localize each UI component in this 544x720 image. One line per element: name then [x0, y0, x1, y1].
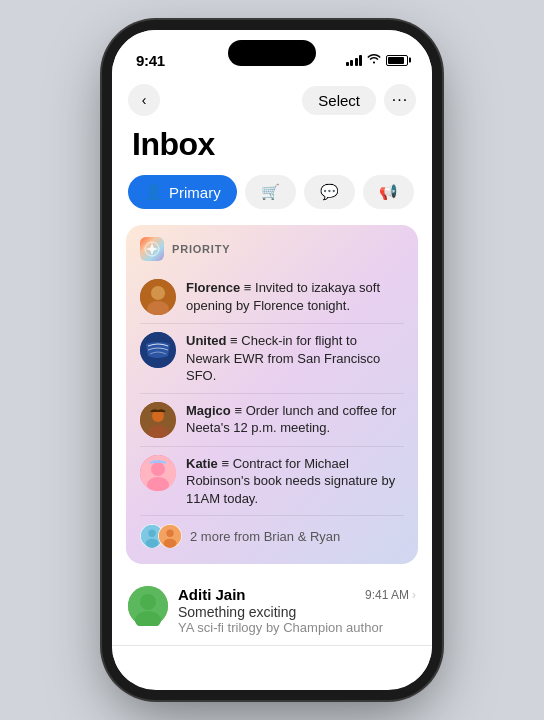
- svg-point-9: [151, 462, 165, 476]
- magico-email-text: Magico ≡ Order lunch and coffee for Neet…: [186, 402, 404, 437]
- primary-tab-label: Primary: [169, 184, 221, 201]
- email-item-magico[interactable]: Magico ≡ Order lunch and coffee for Neet…: [140, 394, 404, 447]
- chat-tab-icon: 💬: [320, 183, 339, 201]
- aditi-chevron-icon: ›: [412, 588, 416, 602]
- united-email-body: United ≡ Check-in for flight to Newark E…: [186, 332, 404, 385]
- signal-bars-icon: [346, 54, 363, 66]
- dynamic-island: [228, 40, 316, 66]
- priority-icon: [140, 237, 164, 261]
- more-item[interactable]: 2 more from Brian & Ryan: [140, 516, 404, 552]
- aditi-subject: Something exciting: [178, 604, 416, 620]
- back-icon: ‹: [142, 93, 147, 107]
- florence-email-text: Florence ≡ Invited to izakaya soft openi…: [186, 279, 404, 314]
- nav-bar: ‹ Select ···: [112, 78, 432, 122]
- florence-avatar: [140, 279, 176, 315]
- svg-point-18: [140, 594, 156, 610]
- more-button[interactable]: ···: [384, 84, 416, 116]
- shopping-tab-icon: 🛒: [261, 183, 280, 201]
- florence-clip-icon: ≡: [244, 280, 255, 295]
- aditi-time: 9:41 AM ›: [365, 588, 416, 602]
- florence-email-body: Florence ≡ Invited to izakaya soft openi…: [186, 279, 404, 314]
- katie-sender: Katie: [186, 456, 218, 471]
- svg-point-15: [166, 530, 173, 537]
- page-title: Inbox: [112, 122, 432, 175]
- tab-primary[interactable]: 👤 Primary: [128, 175, 237, 209]
- aditi-time-value: 9:41 AM: [365, 588, 409, 602]
- aditi-preview: YA sci-fi trilogy by Champion author: [178, 620, 398, 635]
- signal-bar-1: [346, 62, 349, 66]
- priority-card: PRIORITY Florence ≡ Invited to izakaya s…: [126, 225, 418, 564]
- battery-fill: [388, 57, 404, 64]
- email-item-united[interactable]: United ≡ Check-in for flight to Newark E…: [140, 324, 404, 394]
- more-icon: ···: [392, 91, 408, 109]
- priority-header: PRIORITY: [140, 237, 404, 261]
- more-avatar-2: [158, 524, 182, 548]
- magico-email-body: Magico ≡ Order lunch and coffee for Neet…: [186, 402, 404, 437]
- tab-chat[interactable]: 💬: [304, 175, 355, 209]
- category-tabs: 👤 Primary 🛒 💬 📢: [112, 175, 432, 221]
- tab-updates[interactable]: 📢: [363, 175, 414, 209]
- wifi-icon: [367, 53, 381, 67]
- united-clip-icon: ≡: [230, 333, 241, 348]
- status-icons: [346, 53, 409, 67]
- svg-point-12: [148, 530, 155, 537]
- katie-avatar: [140, 455, 176, 491]
- svg-point-2: [151, 286, 165, 300]
- email-item-katie[interactable]: Katie ≡ Contract for Michael Robinson's …: [140, 447, 404, 517]
- katie-preview: Contract for Michael Robinson's book nee…: [186, 456, 395, 506]
- email-item-florence[interactable]: Florence ≡ Invited to izakaya soft openi…: [140, 271, 404, 324]
- more-text: 2 more from Brian & Ryan: [190, 529, 340, 544]
- aditi-avatar: [128, 586, 168, 626]
- aditi-list-header: Aditi Jain 9:41 AM ›: [178, 586, 416, 603]
- primary-tab-icon: 👤: [144, 183, 163, 201]
- katie-email-body: Katie ≡ Contract for Michael Robinson's …: [186, 455, 404, 508]
- nav-actions: Select ···: [302, 84, 416, 116]
- aditi-name: Aditi Jain: [178, 586, 246, 603]
- katie-email-text: Katie ≡ Contract for Michael Robinson's …: [186, 455, 404, 508]
- status-time: 9:41: [136, 52, 165, 69]
- magico-sender: Magico: [186, 403, 231, 418]
- signal-bar-3: [355, 58, 358, 66]
- florence-sender: Florence: [186, 280, 240, 295]
- united-email-text: United ≡ Check-in for flight to Newark E…: [186, 332, 404, 385]
- battery-icon: [386, 55, 408, 66]
- katie-clip-icon: ≡: [221, 456, 232, 471]
- svg-point-16: [164, 539, 177, 548]
- priority-label: PRIORITY: [172, 243, 230, 255]
- page-content: Inbox 👤 Primary 🛒 💬 📢: [112, 122, 432, 682]
- aditi-list-content: Aditi Jain 9:41 AM › Something exciting …: [178, 586, 416, 635]
- united-avatar: [140, 332, 176, 368]
- status-bar: 9:41: [112, 30, 432, 78]
- signal-bar-4: [359, 55, 362, 66]
- select-button[interactable]: Select: [302, 86, 376, 115]
- tab-shopping[interactable]: 🛒: [245, 175, 296, 209]
- signal-bar-2: [350, 60, 353, 66]
- back-button[interactable]: ‹: [128, 84, 160, 116]
- more-avatars: [140, 524, 182, 548]
- magico-clip-icon: ≡: [234, 403, 245, 418]
- list-item-aditi[interactable]: Aditi Jain 9:41 AM › Something exciting …: [112, 576, 432, 646]
- united-sender: United: [186, 333, 226, 348]
- magico-avatar: [140, 402, 176, 438]
- svg-point-13: [146, 539, 159, 548]
- updates-tab-icon: 📢: [379, 183, 398, 201]
- phone-frame: 9:41 ‹ Sel: [112, 30, 432, 690]
